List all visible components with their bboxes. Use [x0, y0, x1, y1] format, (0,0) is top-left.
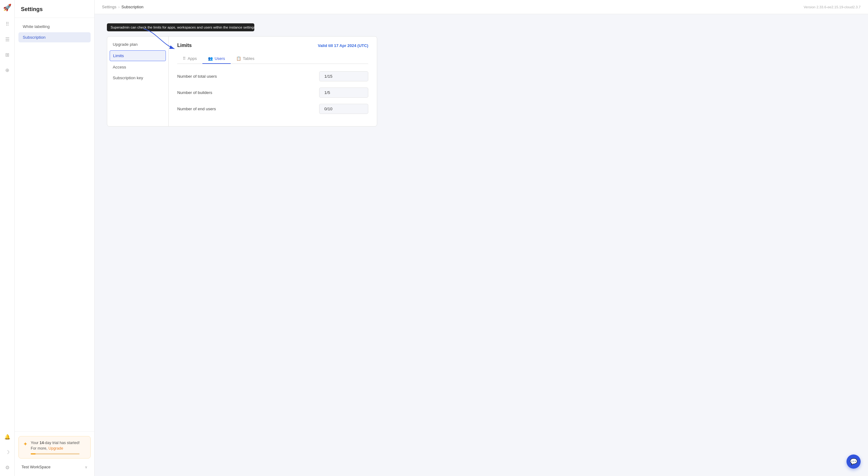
- bell-icon[interactable]: 🔔: [2, 432, 12, 442]
- workspace-row[interactable]: Test WorkSpace ∨: [19, 462, 91, 472]
- total-users-label: Number of total users: [177, 74, 217, 78]
- breadcrumb: Settings › Subscription: [102, 5, 144, 9]
- trial-progress-bar: [31, 453, 80, 454]
- list-icon[interactable]: ☰: [2, 34, 12, 44]
- content-area: Superadmin can check the limits for apps…: [95, 14, 868, 476]
- limits-tabs: ⠿ Apps 👥 Users 📋 Tables: [177, 54, 368, 64]
- chat-button[interactable]: 💬: [846, 454, 861, 469]
- trial-banner: ✦ Your 14-day trial has started! For mor…: [19, 436, 91, 459]
- limit-row-builders: Number of builders 1/5: [177, 88, 368, 98]
- sidebar-footer: ✦ Your 14-day trial has started! For mor…: [15, 432, 94, 476]
- trial-icon: ✦: [23, 441, 28, 447]
- database-icon[interactable]: ⊞: [2, 50, 12, 60]
- topbar: Settings › Subscription Version 2.33.6-e…: [95, 0, 868, 14]
- tab-tables-label: Tables: [243, 56, 255, 61]
- limit-row-total-users: Number of total users 1/15: [177, 71, 368, 82]
- sidebar: Settings White labelling Subscription ✦ …: [15, 0, 95, 476]
- trial-progress-fill: [31, 453, 36, 454]
- tab-apps-label: Apps: [188, 56, 197, 61]
- moon-icon[interactable]: ☽: [2, 447, 12, 457]
- arrow-svg: [144, 29, 187, 54]
- total-users-value: 1/15: [319, 71, 368, 82]
- grid-icon[interactable]: ⠿: [2, 19, 12, 29]
- icon-rail: 🚀 ⠿ ☰ ⊞ ⊕ 🔔 ☽ ⚙: [0, 0, 15, 476]
- end-users-label: Number of end users: [177, 106, 216, 111]
- sidebar-menu: White labelling Subscription: [15, 18, 94, 432]
- end-users-value: 0/10: [319, 104, 368, 114]
- trial-text: Your 14-day trial has started! For more,…: [31, 440, 80, 452]
- breadcrumb-separator: ›: [118, 5, 120, 9]
- sidebar-item-white-labelling[interactable]: White labelling: [19, 22, 91, 32]
- sidebar-title: Settings: [15, 0, 94, 18]
- apps-tab-icon: ⠿: [183, 56, 186, 61]
- settings-gear-icon[interactable]: ⚙: [2, 463, 12, 472]
- tables-tab-icon: 📋: [236, 56, 241, 61]
- workspace-name: Test WorkSpace: [22, 465, 50, 469]
- limit-row-end-users: Number of end users 0/10: [177, 104, 368, 114]
- left-panel-access[interactable]: Access: [107, 62, 168, 72]
- plugin-icon[interactable]: ⊕: [2, 65, 12, 75]
- tab-tables[interactable]: 📋 Tables: [231, 54, 260, 64]
- logo-icon[interactable]: 🚀: [3, 4, 11, 12]
- tab-users[interactable]: 👥 Users: [203, 54, 231, 64]
- settings-right-panel: Limits Valid till 17 Apr 2024 (UTC) ⠿ Ap…: [168, 36, 377, 126]
- workspace-chevron-icon: ∨: [85, 465, 88, 469]
- left-panel-subscription-key[interactable]: Subscription key: [107, 72, 168, 83]
- tab-apps[interactable]: ⠿ Apps: [177, 54, 203, 64]
- builders-label: Number of builders: [177, 90, 212, 95]
- users-tab-icon: 👥: [208, 56, 213, 61]
- panel-header: Limits Valid till 17 Apr 2024 (UTC): [177, 43, 368, 48]
- valid-badge: Valid till 17 Apr 2024 (UTC): [318, 43, 368, 48]
- tooltip-annotation: Superadmin can check the limits for apps…: [107, 23, 856, 31]
- builders-value: 1/5: [319, 88, 368, 98]
- version-text: Version 2.33.6-ee2.15.19-cloud2.3.7: [804, 5, 861, 9]
- sidebar-item-subscription[interactable]: Subscription: [19, 32, 91, 42]
- main-content: Settings › Subscription Version 2.33.6-e…: [95, 0, 868, 476]
- breadcrumb-parent[interactable]: Settings: [102, 5, 116, 9]
- upgrade-link[interactable]: Upgrade: [49, 446, 63, 450]
- tab-users-label: Users: [215, 56, 225, 61]
- breadcrumb-current: Subscription: [121, 5, 144, 9]
